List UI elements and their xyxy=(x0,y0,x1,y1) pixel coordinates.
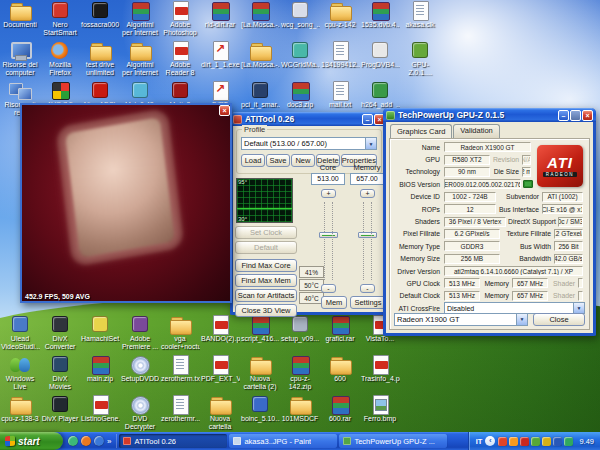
profile-combo[interactable]: Default (513.00 / 657.00) ▼ xyxy=(241,137,377,150)
memory-plus-button[interactable]: + xyxy=(360,189,375,198)
close-icon[interactable]: × xyxy=(219,105,230,116)
field-label: GPU xyxy=(394,156,444,163)
start-button[interactable]: start xyxy=(0,432,63,450)
core-minus-button[interactable]: - xyxy=(321,284,336,293)
desktop-icon[interactable]: GPU-Z.0.1.... xyxy=(400,40,440,80)
desktop-icon[interactable]: [La.Mosca.-... xyxy=(240,0,280,40)
desktop-icon[interactable]: Adobe Photoshop ... xyxy=(160,0,200,40)
desktop-icon[interactable]: Nuova cartella (2) xyxy=(240,354,280,394)
desktop-icon[interactable]: SetupDVDD... xyxy=(120,354,160,394)
close-3d-view-button[interactable]: Close 3D View xyxy=(235,304,297,317)
task-button-techpowerup-gpu-z-[interactable]: TechPowerUp GPU-Z ... xyxy=(339,434,447,448)
close-button[interactable]: × xyxy=(582,110,593,121)
core-clock-input[interactable]: 513.00 xyxy=(311,173,345,185)
minimize-button[interactable]: – xyxy=(558,110,569,121)
core-slider-handle[interactable] xyxy=(319,232,338,238)
desktop-icon[interactable]: setup_v09... xyxy=(280,314,320,354)
ie-icon[interactable] xyxy=(94,436,104,446)
desktop-icon[interactable]: 600 xyxy=(320,354,360,394)
task-button-akasa3-jpg-paint[interactable]: akasa3..JPG - Paint xyxy=(229,434,337,448)
desktop-icon[interactable]: HamachiSet... xyxy=(80,314,120,354)
memory-minus-button[interactable]: - xyxy=(360,284,375,293)
desktop-icon[interactable]: cpu-z-142 xyxy=(320,0,360,40)
desktop-icon[interactable]: Windows Live Messenger xyxy=(0,354,40,394)
desktop-icon[interactable]: Ferro.bmp xyxy=(360,394,400,434)
graphics-card-panel: NameRadeon X1900 GTGPUR580 XT2RevisionN/… xyxy=(389,138,590,330)
desktop-icon[interactable]: Trasinfo_4.pdf xyxy=(360,354,400,394)
temp-tray-icon[interactable] xyxy=(498,437,507,446)
firewall-tray-icon[interactable] xyxy=(509,437,518,446)
quick-launch-overflow-icon[interactable]: » xyxy=(107,437,111,446)
desktop-icon[interactable]: 600.rar xyxy=(320,394,360,434)
desktop-icon[interactable]: Adobe Reader 8 xyxy=(160,40,200,80)
desktop-icon[interactable]: Ulead VideoStudi... xyxy=(0,314,40,354)
desktop-icon[interactable]: DivX Converter xyxy=(40,314,80,354)
desktop-icon[interactable]: 101MSDCF xyxy=(280,394,320,434)
desktop-icon[interactable]: ProgDVB4.... xyxy=(360,40,400,80)
gpuz-titlebar[interactable]: TechPowerUp GPU-Z 0.1.5 – × xyxy=(383,108,596,122)
emule-tray-icon[interactable] xyxy=(531,437,540,446)
desktop-icon[interactable]: Nero StartSmart xyxy=(40,0,80,40)
atitool-titlebar[interactable]: ATITool 0.26 – × xyxy=(230,112,388,126)
desktop-icon[interactable]: Algoritmi per Internet ... xyxy=(120,40,160,80)
hamachi-icon[interactable] xyxy=(68,436,78,446)
desktop-icon[interactable]: Nuova cartella xyxy=(200,394,240,434)
desktop-icon[interactable]: boinc_5.10.... xyxy=(240,394,280,434)
msn-tray-icon[interactable] xyxy=(564,437,573,446)
desktop-icon[interactable]: Risorse del computer xyxy=(0,40,40,80)
minimize-button[interactable]: – xyxy=(362,114,373,125)
desktop-icon[interactable]: DivX Movies xyxy=(40,354,80,394)
desktop-icon[interactable]: main.zip xyxy=(80,354,120,394)
firefox-icon[interactable] xyxy=(81,436,91,446)
task-button-atitool-0-26[interactable]: ATITool 0.26 xyxy=(119,434,227,448)
desktop-icon[interactable]: cpu-z-142.zip xyxy=(280,354,320,394)
maximize-button[interactable] xyxy=(570,110,581,121)
desktop-icon[interactable]: dirt_1_1.exe xyxy=(200,40,240,80)
desktop-icon[interactable]: DivX Player xyxy=(40,394,80,434)
desktop-icon[interactable]: [La.Mosca.-... xyxy=(240,40,280,80)
memory-clock-input[interactable]: 657.00 xyxy=(350,173,384,185)
desktop-icon[interactable]: zerothermr... xyxy=(160,394,200,434)
profile-load-button[interactable]: Load xyxy=(241,154,265,167)
desktop-icon[interactable]: Mozilla Firefox xyxy=(40,40,80,80)
desktop-icon[interactable]: Documenti xyxy=(0,0,40,40)
settings-button[interactable]: Settings xyxy=(350,296,386,309)
desktop-icon[interactable]: PDF_EXT_V... xyxy=(200,354,240,394)
avg-tray-icon[interactable] xyxy=(520,437,529,446)
desktop-icon[interactable]: wcg_song_... xyxy=(280,0,320,40)
desktop-icon[interactable]: 134199412... xyxy=(320,40,360,80)
find-max-core-button[interactable]: Find Max Core xyxy=(235,259,297,272)
desktop-icon[interactable]: ListinoGene... xyxy=(80,394,120,434)
card-select-combo[interactable]: Radeon X1900 GT ▼ xyxy=(394,313,528,326)
desktop-icon[interactable]: BANDO(2).pdf xyxy=(200,314,240,354)
desktop-icon[interactable]: 1535.dvb.4... xyxy=(360,0,400,40)
profile-group-label: Profile xyxy=(242,125,267,134)
gpuz-close-button[interactable]: Close xyxy=(533,313,585,326)
core-plus-button[interactable]: + xyxy=(321,189,336,198)
desktop-icon[interactable]: fossacra000 xyxy=(80,0,120,40)
desktop-icon[interactable]: Adobe Premiere ... xyxy=(120,314,160,354)
desktop-icon[interactable]: grafici.rar xyxy=(320,314,360,354)
language-indicator[interactable]: IT xyxy=(476,437,483,446)
tab-validation[interactable]: Validation xyxy=(453,124,499,138)
desktop-icon[interactable]: vga cooler+noctua xyxy=(160,314,200,354)
desktop-icon[interactable]: test drive unlimited crack xyxy=(80,40,120,80)
desktop-icon-label: Algoritmi per Internet ... xyxy=(120,61,160,77)
scheduler-tray-icon[interactable] xyxy=(542,437,551,446)
mem-button[interactable]: Mem xyxy=(321,296,347,309)
desktop-icon[interactable]: akasa.clk xyxy=(400,0,440,40)
network-tray-icon[interactable] xyxy=(553,437,562,446)
desktop-icon[interactable]: Algoritmi per Internet ... xyxy=(120,0,160,40)
tab-graphics-card[interactable]: Graphics Card xyxy=(390,124,452,138)
memory-slider-handle[interactable] xyxy=(358,232,377,238)
hide-tray-icons-button[interactable]: ‹ xyxy=(485,436,495,446)
scan-for-artifacts-button[interactable]: Scan for Artifacts xyxy=(235,289,297,302)
desktop-icon[interactable]: script_416... xyxy=(240,314,280,354)
desktop-icon[interactable]: zerotherm.txt xyxy=(160,354,200,394)
desktop-icon[interactable]: cpu-z-138-3 xyxy=(0,394,40,434)
desktop-icon[interactable]: rld-dirt.rar xyxy=(200,0,240,40)
desktop-icon[interactable]: DVD Decrypter xyxy=(120,394,160,434)
profile-save-button[interactable]: Save xyxy=(266,154,290,167)
find-max-mem-button[interactable]: Find Max Mem xyxy=(235,274,297,287)
desktop-icon[interactable]: WCGridMa... xyxy=(280,40,320,80)
